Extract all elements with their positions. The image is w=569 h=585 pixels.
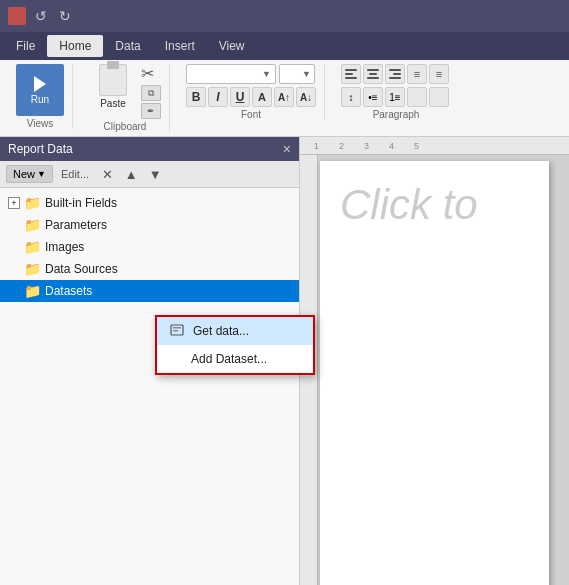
folder-icon: 📁: [24, 195, 41, 211]
click-to-text: Click to: [340, 181, 529, 229]
tree-item-datasources[interactable]: 📁 Data Sources: [0, 258, 299, 280]
menu-home[interactable]: Home: [47, 35, 103, 57]
views-label: Views: [27, 118, 54, 129]
clipboard-group: Paste ✂ ⧉ ✒ Clipboard: [81, 64, 170, 132]
placeholder-btn4[interactable]: [407, 87, 427, 107]
report-panel-title: Report Data: [8, 142, 73, 156]
font-controls: ▼ ▼ B I U A A↑ A↓: [186, 64, 316, 107]
underline-button[interactable]: U: [230, 87, 250, 107]
context-menu-item-get-data[interactable]: Get data...: [157, 317, 313, 345]
folder-icon: 📁: [24, 261, 41, 277]
close-panel-button[interactable]: ×: [283, 141, 291, 157]
svg-rect-2: [173, 330, 178, 332]
svg-rect-1: [173, 327, 181, 329]
chevron-icon: ▼: [262, 69, 271, 79]
copy-button[interactable]: ⧉: [141, 85, 161, 101]
views-group: Run Views: [8, 64, 73, 129]
para-row-1: ≡ ≡: [341, 64, 451, 84]
bold-button[interactable]: B: [186, 87, 206, 107]
para-controls: ≡ ≡ ↕ •≡ 1≡: [341, 64, 451, 107]
indent-button[interactable]: ≡: [407, 64, 427, 84]
tree-item-label: Built-in Fields: [45, 196, 117, 210]
clipboard-small-btns: ✂ ⧉ ✒: [141, 64, 161, 119]
menu-insert[interactable]: Insert: [153, 35, 207, 57]
align-center-button[interactable]: [363, 64, 383, 84]
paste-icon: [99, 64, 127, 96]
paste-area: Paste: [89, 64, 137, 109]
redo-button[interactable]: ↻: [56, 7, 74, 25]
align-right-button[interactable]: [385, 64, 405, 84]
tree-item-datasets[interactable]: 📁 Datasets: [0, 280, 299, 302]
clipboard-label: Clipboard: [104, 121, 147, 132]
align-right-icon: [389, 69, 401, 79]
run-button[interactable]: Run: [16, 64, 64, 116]
folder-icon: 📁: [24, 217, 41, 233]
report-panel-header: Report Data ×: [0, 137, 299, 161]
align-center-icon: [367, 69, 379, 79]
tree-item-label: Images: [45, 240, 84, 254]
folder-icon: 📁: [24, 239, 41, 255]
move-up-button[interactable]: ▲: [121, 164, 141, 184]
scissors-icon[interactable]: ✂: [141, 64, 161, 83]
font-label: Font: [241, 109, 261, 120]
new-button[interactable]: New ▼: [6, 165, 53, 183]
size-chevron-icon: ▼: [302, 69, 311, 79]
clipboard-top: Paste ✂ ⧉ ✒: [89, 64, 161, 119]
tree-item-parameters[interactable]: 📁 Parameters: [0, 214, 299, 236]
font-size-select[interactable]: ▼: [279, 64, 315, 84]
bullets-button[interactable]: •≡: [363, 87, 383, 107]
report-toolbar: New ▼ Edit... ✕ ▲ ▼: [0, 161, 299, 188]
canvas-area: 1 2 3 4 5 Click to: [300, 137, 569, 585]
paragraph-group: ≡ ≡ ↕ •≡ 1≡ Paragraph: [333, 64, 459, 120]
ribbon: Run Views Paste ✂ ⧉ ✒ Clipboard ▼: [0, 60, 569, 137]
para-row-2: ↕ •≡ 1≡: [341, 87, 451, 107]
ruler-horizontal: 1 2 3 4 5: [300, 137, 569, 155]
menu-bar: File Home Data Insert View: [0, 32, 569, 60]
ruler-marks: 1 2 3 4 5: [314, 141, 419, 151]
placeholder-btn5[interactable]: [429, 87, 449, 107]
menu-view[interactable]: View: [207, 35, 257, 57]
font-group: ▼ ▼ B I U A A↑ A↓ Font: [178, 64, 325, 120]
title-bar: ↺ ↻: [0, 0, 569, 32]
tree-item-label: Data Sources: [45, 262, 118, 276]
tree-item-images[interactable]: 📁 Images: [0, 236, 299, 258]
report-panel: Report Data × New ▼ Edit... ✕ ▲ ▼ + 📁 Bu…: [0, 137, 300, 585]
tree-item-builtin-fields[interactable]: + 📁 Built-in Fields: [0, 192, 299, 214]
expand-icon[interactable]: +: [8, 197, 20, 209]
context-item-label: Get data...: [193, 324, 249, 338]
delete-button[interactable]: ✕: [97, 164, 117, 184]
tree-item-label: Datasets: [45, 284, 92, 298]
context-menu: Get data... Add Dataset...: [155, 315, 315, 375]
font-family-select[interactable]: ▼: [186, 64, 276, 84]
font-size-grow-button[interactable]: A↑: [274, 87, 294, 107]
paste-label: Paste: [100, 98, 126, 109]
align-left-icon: [345, 69, 357, 79]
outdent-button[interactable]: ≡: [429, 64, 449, 84]
get-data-icon: [169, 323, 185, 339]
tree-item-label: Parameters: [45, 218, 107, 232]
paragraph-label: Paragraph: [373, 109, 420, 120]
move-down-button[interactable]: ▼: [145, 164, 165, 184]
add-dataset-icon: [169, 351, 183, 367]
app-icon: [8, 7, 26, 25]
folder-icon: 📁: [24, 283, 41, 299]
menu-file[interactable]: File: [4, 35, 47, 57]
menu-data[interactable]: Data: [103, 35, 152, 57]
run-icon: [34, 76, 46, 92]
format-painter-button[interactable]: ✒: [141, 103, 161, 119]
content-area: Report Data × New ▼ Edit... ✕ ▲ ▼ + 📁 Bu…: [0, 137, 569, 585]
line-spacing-button[interactable]: ↕: [341, 87, 361, 107]
font-row-1: ▼ ▼: [186, 64, 316, 84]
run-label: Run: [31, 94, 49, 105]
context-menu-item-add-dataset[interactable]: Add Dataset...: [157, 345, 313, 373]
page-canvas[interactable]: Click to: [320, 161, 549, 585]
edit-button[interactable]: Edit...: [57, 166, 93, 182]
context-item-label: Add Dataset...: [191, 352, 267, 366]
font-size-shrink-button[interactable]: A↓: [296, 87, 316, 107]
italic-button[interactable]: I: [208, 87, 228, 107]
font-format-row: B I U A A↑ A↓: [186, 87, 316, 107]
font-color-button[interactable]: A: [252, 87, 272, 107]
numbers-button[interactable]: 1≡: [385, 87, 405, 107]
align-left-button[interactable]: [341, 64, 361, 84]
undo-button[interactable]: ↺: [32, 7, 50, 25]
